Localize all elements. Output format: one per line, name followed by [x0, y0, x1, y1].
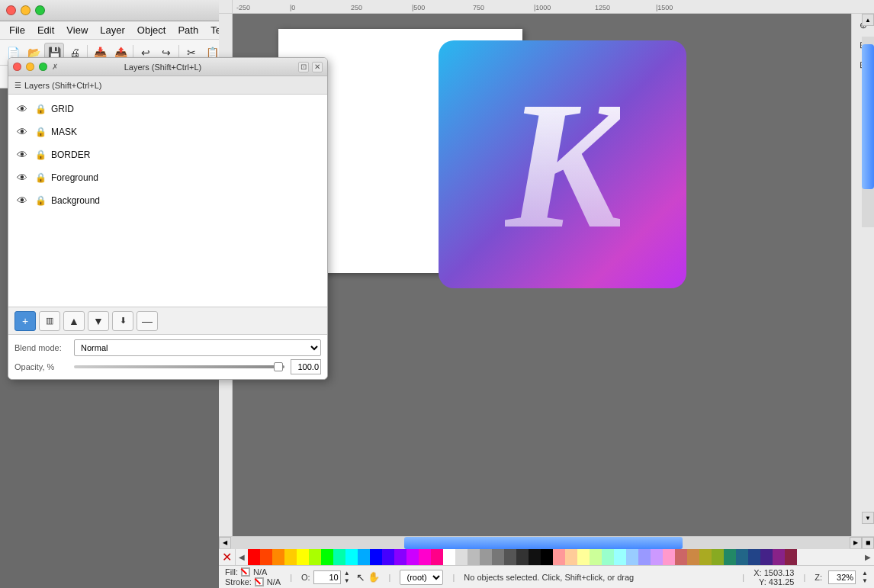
h-scrollbar-track[interactable] — [231, 537, 850, 549]
maximize-button[interactable] — [35, 5, 45, 15]
color-swatch-33[interactable] — [651, 549, 663, 566]
opacity-slider[interactable] — [74, 365, 284, 368]
move-to-layer-button[interactable]: ⬇ — [112, 311, 133, 331]
menu-layer[interactable]: Layer — [94, 23, 131, 37]
background-eye-icon[interactable]: 👁 — [14, 194, 30, 207]
color-swatch-20[interactable] — [492, 549, 504, 566]
color-swatch-21[interactable] — [504, 549, 516, 566]
color-swatch-11[interactable] — [382, 549, 394, 566]
color-swatch-17[interactable] — [455, 549, 468, 566]
opacity-input[interactable] — [291, 359, 321, 374]
color-swatch-38[interactable] — [712, 549, 724, 566]
color-swatch-44[interactable] — [785, 549, 797, 566]
background-lock-icon[interactable]: 🔒 — [34, 195, 47, 206]
color-swatch-4[interactable] — [297, 549, 309, 566]
layer-row-grid[interactable]: 👁 🔒 GRID — [8, 98, 327, 120]
close-button[interactable] — [6, 5, 16, 15]
duplicate-layer-button[interactable]: ▥ — [39, 311, 60, 331]
hand-icon[interactable]: ✋ — [368, 571, 380, 583]
h-scrollbar-thumb[interactable] — [404, 537, 683, 549]
color-swatch-28[interactable] — [590, 549, 602, 566]
color-swatch-1[interactable] — [260, 549, 272, 566]
color-swatch-19[interactable] — [480, 549, 492, 566]
minimize-button[interactable] — [21, 5, 31, 15]
palette-scroll-left-button[interactable]: ◀ — [236, 549, 248, 566]
no-fill-button[interactable]: ✕ — [219, 549, 236, 566]
opacity-slider-thumb[interactable] — [274, 362, 283, 371]
color-swatch-24[interactable] — [541, 549, 553, 566]
color-swatch-26[interactable] — [565, 549, 577, 566]
color-swatch-10[interactable] — [370, 549, 382, 566]
zoom-down[interactable]: ▼ — [862, 577, 868, 584]
move-layer-down-button[interactable]: ▼ — [88, 311, 109, 331]
menu-object[interactable]: Object — [131, 23, 172, 37]
grid-eye-icon[interactable]: 👁 — [14, 103, 30, 115]
border-eye-icon[interactable]: 👁 — [14, 149, 30, 161]
pointer-icon[interactable]: ↖ — [356, 571, 365, 583]
layers-close-button[interactable] — [13, 63, 21, 71]
v-scrollbar-thumb[interactable] — [862, 44, 874, 189]
color-swatch-30[interactable] — [614, 549, 626, 566]
palette-scroll-right-button[interactable]: ▶ — [862, 549, 874, 566]
color-swatch-15[interactable] — [431, 549, 443, 566]
color-swatch-12[interactable] — [394, 549, 406, 566]
root-select[interactable]: (root) — [400, 570, 443, 585]
layer-row-border[interactable]: 👁 🔒 BORDER — [8, 143, 327, 166]
stroke-swatch[interactable] — [255, 577, 264, 586]
v-scroll-up-button[interactable]: ▲ — [862, 14, 874, 26]
zoom-up[interactable]: ▲ — [862, 570, 868, 577]
color-swatch-27[interactable] — [577, 549, 590, 566]
color-swatch-0[interactable] — [248, 549, 260, 566]
menu-file[interactable]: File — [3, 23, 31, 37]
color-swatch-40[interactable] — [736, 549, 748, 566]
color-swatch-25[interactable] — [553, 549, 565, 566]
layers-close-x-button[interactable]: ✕ — [312, 62, 323, 72]
menu-edit[interactable]: Edit — [31, 23, 60, 37]
color-swatch-22[interactable] — [516, 549, 529, 566]
grid-lock-icon[interactable]: 🔒 — [34, 104, 47, 114]
layer-row-background[interactable]: 👁 🔒 Background — [8, 189, 327, 212]
opacity-down[interactable]: ▼ — [344, 577, 350, 584]
border-lock-icon[interactable]: 🔒 — [34, 149, 47, 160]
layers-minimize-button[interactable] — [26, 63, 34, 71]
color-swatch-3[interactable] — [284, 549, 297, 566]
color-swatch-14[interactable] — [419, 549, 431, 566]
color-swatch-36[interactable] — [687, 549, 699, 566]
color-swatch-29[interactable] — [602, 549, 614, 566]
move-layer-up-button[interactable]: ▲ — [63, 311, 85, 331]
color-swatch-13[interactable] — [406, 549, 419, 566]
color-swatch-16[interactable] — [443, 549, 455, 566]
mask-eye-icon[interactable]: 👁 — [14, 126, 30, 138]
foreground-lock-icon[interactable]: 🔒 — [34, 172, 47, 183]
menu-view[interactable]: View — [60, 23, 94, 37]
foreground-eye-icon[interactable]: 👁 — [14, 172, 30, 184]
color-swatch-6[interactable] — [321, 549, 333, 566]
add-layer-button[interactable]: + — [14, 311, 36, 331]
blend-select[interactable]: Normal Multiply Screen Overlay Darken Li… — [74, 339, 321, 356]
menu-path[interactable]: Path — [172, 23, 204, 37]
v-scroll-down-button[interactable]: ▼ — [862, 512, 874, 524]
color-swatch-37[interactable] — [699, 549, 712, 566]
opacity-spinners[interactable]: ▲ ▼ — [344, 570, 350, 584]
color-swatch-42[interactable] — [760, 549, 773, 566]
zoom-input[interactable] — [828, 570, 856, 584]
color-swatch-39[interactable] — [724, 549, 736, 566]
color-swatch-41[interactable] — [748, 549, 760, 566]
color-swatch-34[interactable] — [663, 549, 675, 566]
h-scroll-left-button[interactable]: ◀ — [219, 537, 231, 549]
color-swatch-31[interactable] — [626, 549, 638, 566]
layers-maximize-button[interactable] — [39, 63, 47, 71]
delete-layer-button[interactable]: — — [137, 311, 158, 331]
mask-lock-icon[interactable]: 🔒 — [34, 127, 47, 137]
color-swatch-23[interactable] — [529, 549, 541, 566]
color-swatch-5[interactable] — [309, 549, 321, 566]
opacity-up[interactable]: ▲ — [344, 570, 350, 577]
color-swatch-18[interactable] — [468, 549, 480, 566]
color-swatch-8[interactable] — [345, 549, 358, 566]
h-scroll-right-button[interactable]: ▶ — [850, 537, 862, 549]
color-swatch-43[interactable] — [773, 549, 785, 566]
opacity-status-input[interactable] — [313, 570, 341, 584]
color-swatch-2[interactable] — [272, 549, 284, 566]
layer-row-mask[interactable]: 👁 🔒 MASK — [8, 120, 327, 143]
color-swatch-9[interactable] — [358, 549, 370, 566]
